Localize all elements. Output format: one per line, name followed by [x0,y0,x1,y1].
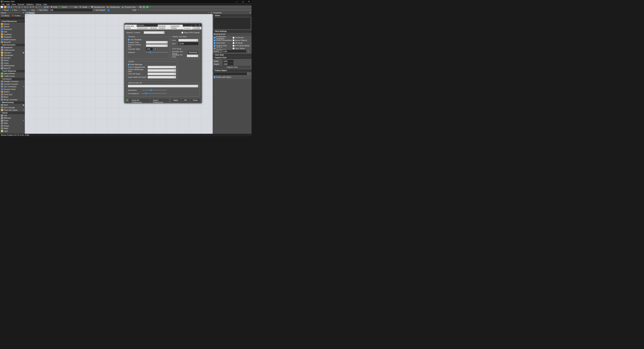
library-item[interactable]: Text [0,114,25,117]
working-mode-dropdown[interactable]: Working Mode▼ [213,33,252,36]
properties-panel-close-icon[interactable]: ✕ [250,12,251,14]
run-button[interactable]: Run [11,9,18,12]
chk-rotate-with-object[interactable]: Rotate with Object [214,76,250,78]
shadow-texture-size-dropdown[interactable]: 2048▼ [146,44,168,47]
stop-button[interactable]: Stop [20,9,27,12]
dialog-tab[interactable]: Libraries [149,27,158,29]
chk-show-grid[interactable]: Show Grid [214,42,232,44]
library-item[interactable]: Motor [0,96,25,99]
depth-buffer-dropdown[interactable]: 32 Bit▼ [148,76,176,79]
library-item[interactable]: Plane✎ [0,119,25,122]
library-panel-close-icon[interactable]: ✕ [23,12,24,14]
import-preferences-button[interactable]: Import Preferences [150,99,169,102]
menu-file[interactable]: File [1,3,5,5]
reset-all-preferences-button[interactable]: Reset All Preferences [129,99,150,102]
capture-height-input[interactable] [223,63,234,65]
library-category[interactable]: ▾Travel Networks [0,70,25,72]
library-item[interactable]: Source [0,23,25,25]
library-item[interactable]: Robot [0,59,25,62]
connect-s-dropdown[interactable]: ▾ [30,6,31,8]
cascade-splits-input[interactable]: 3.00 [146,48,152,50]
library-category[interactable]: ▾Conveyors [0,78,25,80]
library-item[interactable]: Elevator [0,57,25,59]
library-item[interactable]: Billboard [0,117,25,120]
close-button[interactable]: Close [190,99,200,102]
library-item[interactable]: Combiner [0,33,25,36]
library-category[interactable]: ▾Warehousing [0,101,25,104]
dialog-minimize-icon[interactable]: — [191,24,192,26]
opengl-context-dropdown[interactable]: Recommended▼ [144,31,164,34]
library-item[interactable]: Queue [0,25,25,28]
tool-extra-1-icon[interactable] [139,6,142,8]
tex-mag-dropdown[interactable]: GL_LINEAR▼ [148,66,176,69]
separation-slider[interactable] [142,90,167,90]
menu-debug[interactable]: Debug [35,3,42,5]
new-file-icon[interactable] [1,6,3,8]
tab-model[interactable]: ▦ Model [25,12,35,14]
library-category[interactable]: ▾Visual [0,111,25,114]
ok-button[interactable]: OK [182,99,189,102]
collapse-icon[interactable]: ▾ [213,30,214,32]
convergence-slider-thumb[interactable] [145,93,146,95]
library-item[interactable]: Crane [0,62,25,65]
library-item[interactable]: MultiProcessor [0,38,25,41]
view-3d-button[interactable]: ▦3D [44,6,49,8]
library-item[interactable]: Merge Controller [0,98,25,101]
library-item[interactable]: Paint Slot Labels✎ [0,109,25,112]
follow-object-input[interactable] [214,73,247,75]
library-item[interactable]: Operator▣ [0,51,25,54]
library-category[interactable]: ▾Task Executers [0,44,25,46]
samples-dropdown[interactable]: 4▼ [187,55,198,57]
dialog-tab[interactable]: Fonts and Colors [124,25,137,29]
dialog-tab[interactable]: Graphics [183,27,192,30]
runtime-field[interactable]: 0.00 [49,9,92,11]
model-pin-icon[interactable]: ▾ [208,12,209,14]
follow-clear-icon[interactable]: ✕ [249,73,250,75]
processflow-button[interactable]: Process Flow [121,6,136,8]
library-item[interactable]: NetworkNode [0,72,25,75]
backgrounds-button[interactable]: Backgrounds [91,6,105,8]
save-file-icon[interactable] [8,6,10,8]
dialog-tab[interactable]: Customize Toolbar [170,25,183,29]
pointer-dropdown[interactable]: ▾ [18,6,20,8]
tools-button[interactable]: 🛠Tools [50,6,58,8]
library-search-input[interactable] [0,17,24,20]
dashboards-button[interactable]: Dashboards [106,6,120,8]
tool-extra-4-icon[interactable]: ⟳ [150,6,152,8]
download-button[interactable]: Download [188,51,198,54]
menu-view[interactable]: View [11,3,16,5]
open-file-icon[interactable] [4,6,6,8]
library-item[interactable]: BasicTE [0,67,25,70]
tex-min-dropdown[interactable]: GL_LINEAR_MIPMAP_LINEAR▼ [148,69,176,72]
shadow-type-dropdown[interactable]: Soft shadows▼ [146,41,168,44]
library-item[interactable]: Decision Point [0,88,25,91]
chk-rtx-beta[interactable]: RTX Mode (Beta) [232,44,250,47]
chk-show-fps[interactable]: Show FPS Counter [182,32,200,34]
apply-button[interactable]: Apply [171,99,180,102]
dialog-maximize-icon[interactable]: ▢ [195,24,196,26]
edit-tool-icon[interactable]: ✎ [32,6,35,8]
window-close-icon[interactable]: ✕ [247,1,251,3]
menu-execute[interactable]: Execute [17,3,25,5]
menu-edit[interactable]: Edit [6,3,10,5]
connect-s-icon[interactable]: ⇘ [27,6,29,8]
library-item[interactable]: Join Conveyors✎ [0,85,25,88]
chk-perspective[interactable]: Perspective Projection [214,36,232,39]
tab-toolbox[interactable]: 🧰Toolbox [10,14,22,17]
gridz-spinner[interactable]: ▲▼ [247,50,249,53]
collapse-icon[interactable]: ▾ [213,70,214,71]
library-item[interactable]: Photo Eye [0,93,25,96]
runspeed-slider[interactable] [106,10,132,11]
library-item[interactable]: Light [0,130,25,132]
library-item[interactable]: Walls [0,127,25,130]
tab-library[interactable]: ▥Library [0,14,10,17]
library-item[interactable]: Floor Storage [0,106,25,109]
library-item[interactable]: Curved Conveyor [0,83,25,85]
collapse-icon[interactable]: ▾ [213,54,214,56]
menu-statistics[interactable]: Statistics [26,3,34,5]
runspeed-menu-button[interactable]: ▾ [137,9,140,12]
dialog-tab[interactable]: Compiler [192,27,202,29]
library-list[interactable]: ▾Fixed ResourcesSourceQueueProcessorSink… [0,20,25,134]
library-item[interactable]: Shape [0,125,25,127]
chk-show-connections[interactable]: Show Connections [214,39,232,42]
